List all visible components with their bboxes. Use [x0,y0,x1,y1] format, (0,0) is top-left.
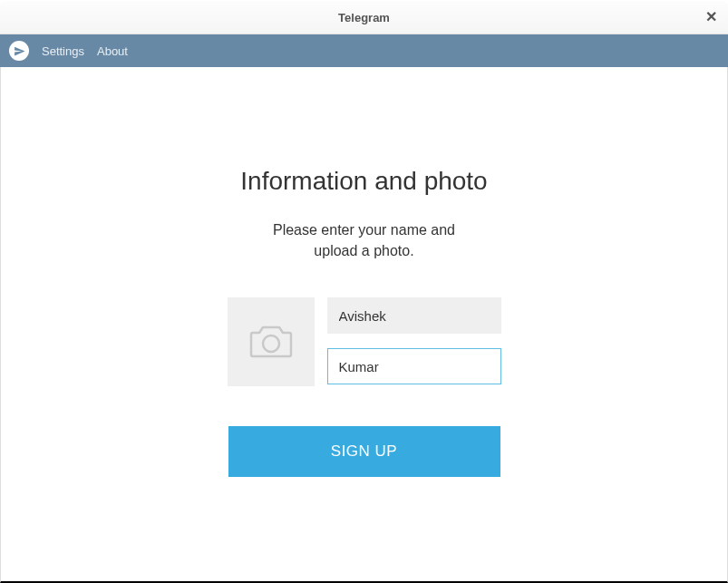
window-title: Telegram [338,11,390,24]
last-name-input[interactable] [327,348,501,384]
signup-button[interactable]: SIGN UP [228,426,500,477]
page-heading: Information and photo [240,167,487,196]
page-subtitle: Please enter your name and upload a phot… [273,219,455,261]
menu-about[interactable]: About [97,44,128,58]
paper-plane-icon [14,45,25,57]
first-name-input[interactable] [327,297,501,334]
name-fields [327,297,501,386]
signup-form-area: Information and photo Please enter your … [0,67,728,583]
camera-icon [249,324,293,360]
menu-settings[interactable]: Settings [42,44,84,58]
subtitle-line-1: Please enter your name and [273,222,455,238]
form-row [228,297,501,386]
telegram-app-icon[interactable] [9,41,29,61]
photo-upload-button[interactable] [228,297,315,386]
menubar: Settings About [0,34,728,67]
close-icon[interactable]: ✕ [705,10,717,24]
svg-point-0 [263,335,279,352]
subtitle-line-2: upload a photo. [314,243,413,258]
window-titlebar: Telegram ✕ [0,0,728,34]
